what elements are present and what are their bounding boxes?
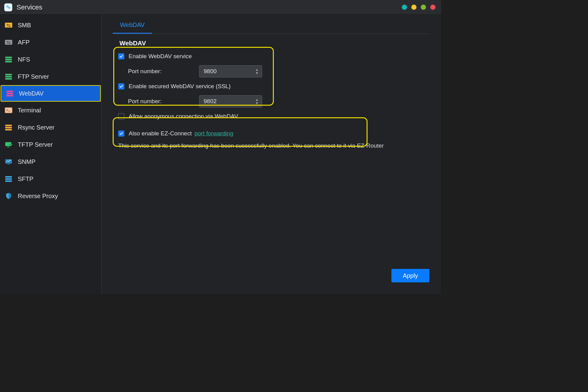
server-stack-blue-icon xyxy=(4,175,13,182)
server-stack-green-icon xyxy=(4,56,13,63)
ssl-port-number-value: 9802 xyxy=(204,98,217,105)
enable-webdav-checkbox[interactable] xyxy=(118,53,124,59)
monitor-graph-icon xyxy=(4,158,13,165)
dot-teal[interactable] xyxy=(402,5,407,10)
sidebar-item-label: SNMP xyxy=(18,158,36,165)
ssl-port-number-input[interactable]: 9802 ▲ ▼ xyxy=(199,95,262,107)
ezconnect-status-text: This service and its port forwarding has… xyxy=(118,142,430,149)
enable-webdav-ssl-label: Enable secured WebDAV service (SSL) xyxy=(129,83,231,90)
svg-point-35 xyxy=(11,179,12,179)
port-forwarding-link[interactable]: port forwarding xyxy=(194,130,233,137)
sidebar: SMB AFP NFS FTP Server xyxy=(0,15,102,294)
svg-point-23 xyxy=(11,125,12,126)
port-step-up[interactable]: ▲ xyxy=(254,68,260,71)
section-heading: WebDAV xyxy=(119,40,430,47)
ezconnect-label: Also enable EZ-Connect port forwarding xyxy=(129,130,233,137)
sidebar-item-rsync[interactable]: Rsync Server xyxy=(0,119,101,136)
sidebar-item-smb[interactable]: SMB xyxy=(0,17,101,34)
sidebar-item-terminal[interactable]: Terminal xyxy=(0,102,101,119)
sidebar-item-label: Terminal xyxy=(18,107,41,114)
svg-rect-19 xyxy=(5,107,12,113)
allow-anonymous-label: Allow anonymous connection via WebDAV xyxy=(129,113,238,120)
sidebar-item-label: TFTP Server xyxy=(18,141,53,148)
svg-point-7 xyxy=(11,57,12,58)
terminal-icon xyxy=(4,107,13,114)
svg-point-8 xyxy=(11,59,12,60)
dot-yellow[interactable] xyxy=(411,5,417,10)
svg-point-15 xyxy=(11,78,12,79)
sidebar-item-reverse-proxy[interactable]: Reverse Proxy xyxy=(0,187,101,205)
enable-webdav-label: Enable WebDAV service xyxy=(129,53,192,60)
svg-rect-3 xyxy=(5,40,12,45)
folder-swap-grey-icon xyxy=(4,39,13,46)
svg-rect-30 xyxy=(7,164,10,164)
svg-point-14 xyxy=(11,76,12,77)
titlebar: Services xyxy=(0,0,441,15)
sidebar-item-label: Reverse Proxy xyxy=(18,193,58,200)
port-step-down[interactable]: ▼ xyxy=(254,72,260,75)
webdav-section: WebDAV Enable WebDAV service Port number… xyxy=(113,40,430,149)
svg-rect-16 xyxy=(6,91,13,92)
ssl-port-number-label: Port number: xyxy=(128,98,199,105)
svg-rect-18 xyxy=(6,95,13,96)
sidebar-item-label: FTP Server xyxy=(18,73,49,80)
apply-button[interactable]: Apply xyxy=(391,269,429,282)
server-stack-orange-icon xyxy=(4,124,13,131)
folder-swap-icon xyxy=(4,22,13,28)
sidebar-item-label: NFS xyxy=(18,56,30,63)
svg-point-25 xyxy=(11,129,12,130)
sidebar-item-label: SFTP xyxy=(18,175,33,183)
svg-point-9 xyxy=(11,61,12,62)
window: Services SMB AFP xyxy=(0,0,441,294)
sidebar-item-label: SMB xyxy=(18,22,31,29)
sidebar-item-snmp[interactable]: SNMP xyxy=(0,153,101,170)
enable-webdav-ssl-checkbox[interactable] xyxy=(118,83,124,89)
sidebar-item-label: Rsync Server xyxy=(18,124,55,131)
svg-point-24 xyxy=(11,127,12,128)
server-stack-green-icon xyxy=(4,73,13,80)
svg-point-34 xyxy=(11,176,12,177)
tabs-row: WebDAV xyxy=(113,18,430,34)
sidebar-item-afp[interactable]: AFP xyxy=(0,34,101,51)
sidebar-item-webdav[interactable]: WebDAV xyxy=(1,85,101,102)
svg-rect-2 xyxy=(5,23,12,28)
port-number-input[interactable]: 9800 ▲ ▼ xyxy=(199,65,262,77)
ssl-port-step-up[interactable]: ▲ xyxy=(254,98,260,101)
sidebar-item-label: AFP xyxy=(18,39,30,46)
svg-rect-17 xyxy=(6,93,13,94)
svg-point-36 xyxy=(11,181,12,182)
sidebar-item-ftp[interactable]: FTP Server xyxy=(0,68,101,85)
shield-icon xyxy=(4,193,13,199)
content-area: WebDAV WebDAV Enable WebDAV service Port… xyxy=(102,15,441,294)
sidebar-item-sftp[interactable]: SFTP xyxy=(0,170,101,187)
monitor-server-icon xyxy=(4,141,13,148)
svg-point-13 xyxy=(11,74,12,75)
server-stack-pink-icon xyxy=(6,90,14,97)
window-title: Services xyxy=(17,3,42,11)
dot-green[interactable] xyxy=(421,5,426,10)
port-number-value: 9800 xyxy=(204,68,217,75)
svg-rect-28 xyxy=(9,144,12,145)
services-app-icon xyxy=(4,3,12,11)
port-number-label: Port number: xyxy=(128,68,199,75)
allow-anonymous-checkbox[interactable] xyxy=(118,113,124,119)
dot-red[interactable] xyxy=(430,5,435,10)
ssl-port-step-down[interactable]: ▼ xyxy=(254,102,260,105)
sidebar-item-tftp[interactable]: TFTP Server xyxy=(0,136,101,153)
svg-rect-27 xyxy=(7,147,9,147)
window-control-dots xyxy=(402,5,435,10)
tab-webdav[interactable]: WebDAV xyxy=(113,18,152,34)
sidebar-item-label: WebDAV xyxy=(19,90,43,97)
ezconnect-checkbox[interactable] xyxy=(118,130,124,137)
sidebar-item-nfs[interactable]: NFS xyxy=(0,51,101,68)
